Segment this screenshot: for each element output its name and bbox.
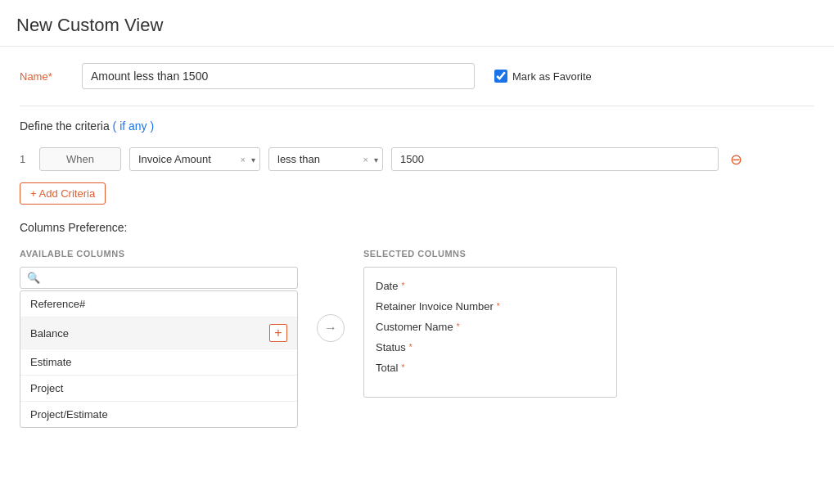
required-star: * — [457, 322, 460, 331]
search-icon: 🔍 — [27, 272, 40, 284]
remove-criteria-button[interactable]: ⊖ — [730, 152, 742, 167]
column-item-label: Estimate — [30, 356, 72, 368]
column-search-input[interactable] — [45, 272, 291, 284]
selected-columns-box: Date * Retainer Invoice Number * Custome… — [363, 267, 617, 398]
criteria-number: 1 — [20, 153, 31, 165]
if-any-label: ( if any ) — [113, 119, 155, 133]
list-item[interactable]: Project — [20, 376, 297, 402]
column-item-label: Reference# — [30, 298, 85, 310]
column-search-box: 🔍 — [20, 267, 298, 289]
criteria-value-input[interactable] — [391, 147, 719, 171]
selected-item: Customer Name * — [376, 317, 605, 337]
columns-section-title: Columns Preference: — [20, 221, 814, 234]
column-item-label: Project — [30, 382, 63, 394]
selected-item: Total * — [376, 358, 605, 378]
name-label: Name* — [20, 70, 69, 83]
available-column-list: Reference# Balance + Estimate Project Pr… — [20, 290, 298, 428]
required-star: * — [401, 363, 404, 372]
column-item-label: Balance — [30, 327, 69, 340]
operator-select-wrapper: less than greater than equals × ▾ — [268, 147, 383, 171]
field-select-wrapper: Invoice Amount × ▾ — [129, 147, 260, 171]
field-clear-icon[interactable]: × — [241, 155, 246, 164]
list-item[interactable]: Estimate — [20, 349, 297, 376]
required-star: * — [401, 281, 404, 290]
list-item[interactable]: Balance + — [20, 317, 297, 349]
required-star: * — [409, 343, 412, 352]
selected-item-label: Date — [376, 280, 398, 292]
add-balance-column-button[interactable]: + — [269, 324, 287, 342]
list-item[interactable]: Project/Estimate — [20, 402, 297, 427]
favorite-row: Mark as Favorite — [494, 70, 592, 83]
criteria-row-1: 1 When Invoice Amount × ▾ less than grea… — [20, 147, 814, 171]
selected-item-label: Total — [376, 362, 398, 374]
list-item[interactable]: Reference# — [20, 291, 297, 317]
mark-as-favorite-checkbox[interactable] — [494, 70, 507, 83]
required-star: * — [497, 302, 500, 311]
page-header: New Custom View — [0, 0, 834, 47]
column-item-label: Project/Estimate — [30, 408, 108, 421]
criteria-section: Define the criteria ( if any ) 1 When In… — [20, 119, 814, 221]
selected-columns-label: SELECTED COLUMNS — [363, 249, 642, 259]
selected-item-label: Retainer Invoice Number — [376, 300, 494, 313]
page-content: Name* Mark as Favorite Define the criter… — [0, 47, 834, 444]
add-criteria-button[interactable]: + Add Criteria — [20, 182, 106, 205]
columns-container: AVAILABLE COLUMNS 🔍 Reference# Balance + — [20, 249, 814, 428]
available-columns-panel: AVAILABLE COLUMNS 🔍 Reference# Balance + — [20, 249, 298, 428]
divider — [20, 106, 814, 106]
columns-section: Columns Preference: AVAILABLE COLUMNS 🔍 … — [20, 221, 814, 428]
selected-item: Status * — [376, 337, 605, 358]
selected-item: Date * — [376, 276, 605, 296]
available-columns-label: AVAILABLE COLUMNS — [20, 249, 298, 259]
selected-columns-panel: SELECTED COLUMNS Date * Retainer Invoice… — [363, 249, 642, 398]
selected-item-label: Status — [376, 341, 406, 353]
criteria-when: When — [39, 147, 121, 171]
criteria-label: Define the criteria — [20, 119, 110, 133]
transfer-arrow-button[interactable]: → — [317, 314, 345, 342]
page-title: New Custom View — [16, 15, 818, 36]
operator-clear-icon[interactable]: × — [363, 155, 368, 164]
favorite-label: Mark as Favorite — [512, 70, 592, 83]
name-row: Name* Mark as Favorite — [20, 63, 814, 89]
name-input[interactable] — [82, 63, 475, 89]
selected-item: Retainer Invoice Number * — [376, 296, 605, 317]
criteria-header: Define the criteria ( if any ) — [20, 119, 814, 133]
transfer-arrow-area: → — [298, 249, 363, 342]
selected-item-label: Customer Name — [376, 321, 453, 333]
